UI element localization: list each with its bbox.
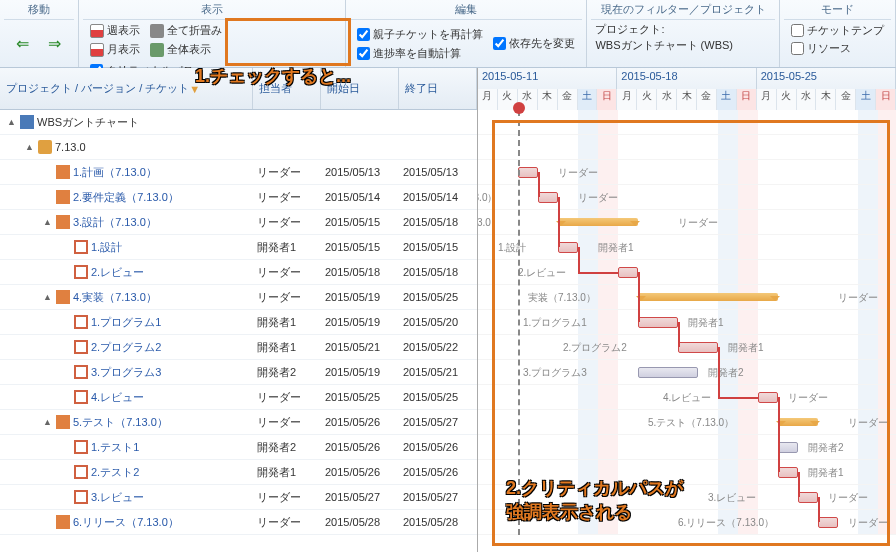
- gantt-bar[interactable]: [778, 418, 818, 426]
- gantt-bar[interactable]: [758, 392, 778, 403]
- tree-cell-name: ▲WBSガントチャート: [0, 115, 253, 130]
- today-marker-icon: [513, 102, 525, 114]
- gantt-bar[interactable]: [638, 293, 778, 301]
- tree-header-start[interactable]: 開始日: [321, 68, 399, 109]
- move-prev-button[interactable]: ⇐: [8, 34, 36, 54]
- gantt-bar-label: リーダー: [848, 516, 888, 530]
- gantt-row[interactable]: 開発者11.プログラム1: [478, 310, 896, 335]
- gantt-row[interactable]: 2.レビュー: [478, 260, 896, 285]
- gantt-bar[interactable]: [518, 167, 538, 178]
- gantt-bar-label: リーダー: [788, 391, 828, 405]
- expand-toggle-icon[interactable]: ▲: [42, 417, 53, 428]
- tree-item-label[interactable]: 3.レビュー: [91, 490, 144, 505]
- tree-item-label[interactable]: 2.テスト2: [91, 465, 139, 480]
- tree-item-label[interactable]: 4.実装（7.13.0）: [73, 290, 157, 305]
- gantt-week-label: 2015-05-25: [757, 68, 896, 89]
- tree-row[interactable]: ▲7.13.0: [0, 135, 477, 160]
- gantt-row[interactable]: 開発者12.プログラム2: [478, 335, 896, 360]
- tree-item-label[interactable]: 1.テスト1: [91, 440, 139, 455]
- gantt-bar-label: リーダー: [578, 191, 618, 205]
- main-area: プロジェクト / バージョン / チケット ▼ 担当者 開始日 終了日 ▲WBS…: [0, 68, 896, 552]
- gantt-bar[interactable]: [558, 218, 638, 226]
- gantt-row[interactable]: 開発者2: [478, 435, 896, 460]
- tree-row[interactable]: ▲5.テスト（7.13.0）リーダー2015/05/262015/05/27: [0, 410, 477, 435]
- tree-cell-start: 2015/05/15: [321, 241, 399, 253]
- month-view-button[interactable]: 月表示: [87, 41, 143, 58]
- expand-all-button[interactable]: 全体表示: [147, 41, 225, 58]
- tree-item-label[interactable]: 3.プログラム3: [91, 365, 161, 380]
- tree-item-label[interactable]: 1.計画（7.13.0）: [73, 165, 157, 180]
- week-view-button[interactable]: 週表示: [87, 22, 143, 39]
- ticket-template-checkbox[interactable]: チケットテンプ: [788, 22, 887, 39]
- resource-checkbox[interactable]: リソース: [788, 40, 854, 57]
- collapse-all-button[interactable]: 全て折畳み: [147, 22, 225, 39]
- tree-row[interactable]: 3.レビューリーダー2015/05/272015/05/27: [0, 485, 477, 510]
- tree-row[interactable]: 2.プログラム2開発者12015/05/212015/05/22: [0, 335, 477, 360]
- tree-row[interactable]: 3.プログラム3開発者22015/05/192015/05/21: [0, 360, 477, 385]
- tree-cell-asg: リーダー: [253, 390, 321, 405]
- gantt-row[interactable]: リーダー4.レビュー: [478, 385, 896, 410]
- tree-row[interactable]: ▲WBSガントチャート: [0, 110, 477, 135]
- gantt-day-label: 土: [717, 89, 737, 110]
- tree-cell-name: 3.レビュー: [0, 490, 253, 505]
- expand-toggle-icon[interactable]: ▲: [6, 117, 17, 128]
- tree-item-label[interactable]: 5.テスト（7.13.0）: [73, 415, 168, 430]
- gantt-bar-label: リーダー: [828, 491, 868, 505]
- tree-row[interactable]: 4.レビューリーダー2015/05/252015/05/25: [0, 385, 477, 410]
- tree-header-end[interactable]: 終了日: [399, 68, 477, 109]
- gantt-row[interactable]: リーダー6.リリース（7.13.0）: [478, 510, 896, 535]
- gantt-row[interactable]: [478, 135, 896, 160]
- tree-row[interactable]: ▲4.実装（7.13.0）リーダー2015/05/192015/05/25: [0, 285, 477, 310]
- gantt-bar[interactable]: [778, 442, 798, 453]
- tree-item-label[interactable]: 2.レビュー: [91, 265, 144, 280]
- tree-header-assignee[interactable]: 担当者: [253, 68, 321, 109]
- tree-item-label[interactable]: 6.リリース（7.13.0）: [73, 515, 179, 530]
- recalc-child-checkbox[interactable]: 親子チケットを再計算: [354, 26, 486, 43]
- gantt-bar[interactable]: [638, 367, 698, 378]
- gantt-row[interactable]: リーダー実装（7.13.0）: [478, 285, 896, 310]
- auto-progress-checkbox[interactable]: 進捗率を自動計算: [354, 45, 486, 62]
- expand-toggle-icon[interactable]: ▲: [24, 142, 35, 153]
- tree-item-label[interactable]: 1.プログラム1: [91, 315, 161, 330]
- sub-icon: [74, 240, 88, 254]
- gantt-row[interactable]: 開発者11.設計: [478, 235, 896, 260]
- tree-row[interactable]: 1.設計開発者12015/05/152015/05/15: [0, 235, 477, 260]
- tree-row[interactable]: 1.プログラム1開発者12015/05/192015/05/20: [0, 310, 477, 335]
- toolbar-title-filter: 現在のフィルター／プロジェクト: [591, 0, 775, 20]
- gantt-row[interactable]: [478, 110, 896, 135]
- tree-item-label[interactable]: 3.設計（7.13.0）: [73, 215, 157, 230]
- tree-cell-asg: 開発者1: [253, 240, 321, 255]
- gantt-row[interactable]: リーダー3.レビュー: [478, 485, 896, 510]
- gantt-row[interactable]: 開発者1: [478, 460, 896, 485]
- tree-row[interactable]: 6.リリース（7.13.0）リーダー2015/05/282015/05/28: [0, 510, 477, 535]
- gantt-body[interactable]: リーダーリーダー13.0）リーダー7.13.0）開発者11.設計2.レビューリー…: [478, 110, 896, 535]
- gantt-day-label: 月: [478, 89, 498, 110]
- tree-item-label[interactable]: 2.要件定義（7.13.0）: [73, 190, 179, 205]
- tree-cell-end: 2015/05/18: [399, 266, 477, 278]
- expand-toggle-icon[interactable]: ▲: [42, 292, 53, 303]
- tree-cell-name: 2.要件定義（7.13.0）: [0, 190, 253, 205]
- tree-item-label[interactable]: 1.設計: [91, 240, 122, 255]
- tree-header-name[interactable]: プロジェクト / バージョン / チケット ▼: [0, 68, 253, 109]
- gantt-row[interactable]: リーダー5.テスト（7.13.0）: [478, 410, 896, 435]
- gantt-row[interactable]: リーダー7.13.0）: [478, 210, 896, 235]
- tree-cell-end: 2015/05/28: [399, 516, 477, 528]
- gantt-row[interactable]: 開発者23.プログラム3: [478, 360, 896, 385]
- expand-toggle-icon: [60, 342, 71, 353]
- move-next-button[interactable]: ⇒: [40, 34, 68, 54]
- tree-item-label[interactable]: 2.プログラム2: [91, 340, 161, 355]
- sub-icon: [74, 265, 88, 279]
- tree-row[interactable]: 2.要件定義（7.13.0）リーダー2015/05/142015/05/14: [0, 185, 477, 210]
- gantt-bar[interactable]: [618, 267, 638, 278]
- tree-row[interactable]: 1.計画（7.13.0）リーダー2015/05/132015/05/13: [0, 160, 477, 185]
- tree-item-label[interactable]: 4.レビュー: [91, 390, 144, 405]
- change-deps-checkbox[interactable]: 依存先を変更: [490, 35, 578, 52]
- tree-row[interactable]: 2.テスト2開発者12015/05/262015/05/26: [0, 460, 477, 485]
- tree-row[interactable]: 2.レビューリーダー2015/05/182015/05/18: [0, 260, 477, 285]
- tree-cell-asg: リーダー: [253, 190, 321, 205]
- tree-item-label: WBSガントチャート: [37, 115, 139, 130]
- tree-row[interactable]: ▲3.設計（7.13.0）リーダー2015/05/152015/05/18: [0, 210, 477, 235]
- tree-row[interactable]: 1.テスト1開発者22015/05/262015/05/26: [0, 435, 477, 460]
- gantt-bar-leftlabel: 2.レビュー: [518, 266, 566, 280]
- expand-toggle-icon[interactable]: ▲: [42, 217, 53, 228]
